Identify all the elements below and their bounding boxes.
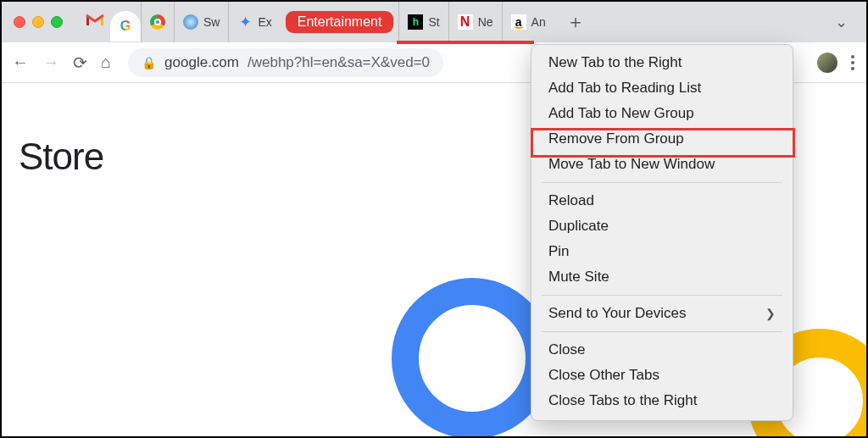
google-logo-blue-ring [392, 278, 553, 438]
tab-label: Ex [258, 15, 271, 29]
tab-group-indicator [397, 41, 534, 44]
tab-gmail[interactable] [80, 14, 110, 30]
tab-label: Ne [478, 15, 493, 29]
back-button[interactable]: ← [12, 53, 29, 72]
google-g-icon: G [120, 19, 131, 34]
toolbar-right [817, 53, 854, 73]
ctx-pin[interactable]: Pin [531, 239, 793, 264]
hulu-icon: h [408, 14, 423, 30]
chevron-right-icon: ❯ [765, 307, 776, 320]
new-tab-button[interactable]: ＋ [566, 9, 585, 35]
puzzle-icon: ✦ [237, 14, 253, 30]
gmail-icon [86, 14, 104, 30]
url-path: /webhp?hl=en&sa=X&ved=0 [248, 54, 430, 71]
address-bar[interactable]: 🔒 google.com/webhp?hl=en&sa=X&ved=0 [128, 48, 443, 77]
chrome-menu-button[interactable] [851, 55, 854, 70]
home-button[interactable]: ⌂ [101, 53, 111, 72]
ctx-close-other-tabs[interactable]: Close Other Tabs [531, 363, 793, 388]
ctx-remove-from-group[interactable]: Remove From Group [531, 126, 793, 152]
ctx-new-tab-right[interactable]: New Tab to the Right [531, 50, 793, 75]
close-window-button[interactable] [14, 16, 25, 28]
tab-chrome[interactable] [141, 2, 174, 42]
ctx-add-reading-list[interactable]: Add Tab to Reading List [531, 75, 793, 101]
ctx-separator [542, 182, 782, 183]
url-host: google.com [164, 54, 239, 71]
tab-strip: G Sw ✦ Ex Entertainment h St N Ne a An ＋… [2, 2, 866, 42]
ctx-separator [542, 295, 782, 296]
ctx-close-tabs-right[interactable]: Close Tabs to the Right [531, 388, 793, 413]
tab-label: An [531, 15, 546, 29]
tab-label: Sw [203, 15, 220, 29]
reload-button[interactable]: ⟳ [73, 53, 87, 73]
minimize-window-button[interactable] [32, 16, 44, 28]
ctx-separator [542, 331, 782, 332]
ctx-duplicate[interactable]: Duplicate [531, 213, 793, 239]
tab-group-entertainment[interactable]: Entertainment [286, 11, 394, 33]
ctx-add-to-new-group[interactable]: Add Tab to New Group [531, 101, 793, 126]
ctx-send-to-devices[interactable]: Send to Your Devices ❯ [531, 301, 793, 326]
netflix-icon: N [458, 14, 473, 30]
ctx-reload[interactable]: Reload [531, 188, 793, 213]
tab-netflix[interactable]: N Ne [448, 2, 502, 42]
window-controls [14, 16, 63, 28]
tab-context-menu: New Tab to the Right Add Tab to Reading … [531, 44, 793, 421]
forward-button[interactable]: → [42, 53, 59, 72]
ctx-close[interactable]: Close [531, 337, 793, 363]
tab-hulu[interactable]: h St [398, 2, 448, 42]
tabs-container: G Sw ✦ Ex Entertainment h St N Ne a An ＋ [80, 2, 585, 42]
zoom-window-button[interactable] [51, 16, 63, 28]
amazon-icon: a [511, 14, 526, 30]
chrome-icon [150, 14, 165, 30]
ctx-label: Send to Your Devices [548, 305, 687, 322]
tab-amazon[interactable]: a An [502, 2, 554, 42]
safari-icon [183, 14, 198, 30]
tab-extensions[interactable]: ✦ Ex [228, 2, 280, 42]
tab-overflow-button[interactable]: ⌄ [835, 13, 848, 31]
lock-icon: 🔒 [142, 56, 156, 69]
tab-safari[interactable]: Sw [174, 2, 228, 42]
tab-google-active[interactable]: G [110, 11, 141, 42]
profile-avatar[interactable] [817, 53, 837, 73]
tab-label: St [428, 15, 439, 29]
ctx-move-to-new-window[interactable]: Move Tab to New Window [531, 152, 793, 177]
ctx-mute-site[interactable]: Mute Site [531, 264, 793, 290]
